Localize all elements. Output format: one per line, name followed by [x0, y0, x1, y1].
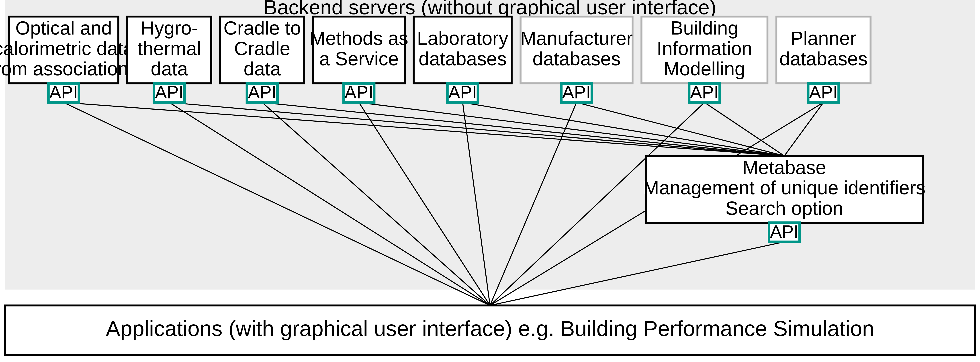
api-label: API [770, 222, 799, 241]
server-label: Cradle to [223, 17, 301, 38]
server-label: Information [657, 38, 752, 59]
api-label: API [248, 82, 277, 102]
server-label: Cradle [234, 38, 290, 59]
server-label: data [151, 58, 188, 79]
architecture-diagram: Backend servers (without graphical user … [0, 0, 980, 362]
api-label: API [809, 82, 838, 102]
api-label: API [345, 82, 373, 102]
applications-label: Applications (with graphical user interf… [106, 316, 874, 341]
api-label: API [49, 82, 78, 102]
metabase-label: Metabase [742, 157, 826, 178]
api-label: API [562, 82, 591, 102]
server-label: Optical and [15, 17, 112, 38]
server-label: data [243, 58, 281, 79]
server-label: Planner [791, 27, 856, 49]
server-label: Building [671, 17, 738, 38]
diagram-root: Backend servers (without graphical user … [0, 0, 980, 362]
server-label: thermal [137, 38, 201, 59]
api-label: API [155, 82, 184, 102]
server-label: databases [533, 48, 620, 69]
api-label: API [690, 82, 719, 102]
server-label: Laboratory [417, 27, 508, 49]
server-label: calorimetric data [0, 38, 134, 59]
metabase-label: Management of unique identifiers [643, 177, 926, 198]
server-label: Hygro- [141, 17, 198, 38]
server-label: a Service [319, 48, 399, 69]
server-label: Modelling [663, 58, 745, 79]
server-label: databases [418, 48, 507, 69]
metabase-label: Search option [725, 197, 843, 219]
server-label: Manufacturer [520, 27, 633, 49]
api-label: API [448, 82, 477, 102]
server-label: databases [780, 48, 867, 69]
server-label: from associations [0, 58, 138, 79]
server-label: Methods as [310, 27, 408, 49]
